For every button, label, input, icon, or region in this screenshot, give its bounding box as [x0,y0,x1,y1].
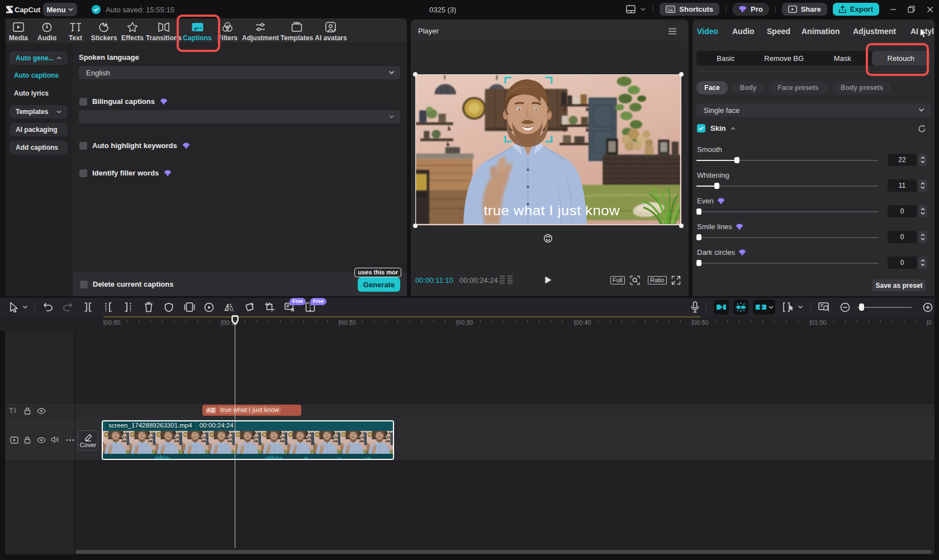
svg-text:true what I just know: true what I just know [483,202,620,217]
